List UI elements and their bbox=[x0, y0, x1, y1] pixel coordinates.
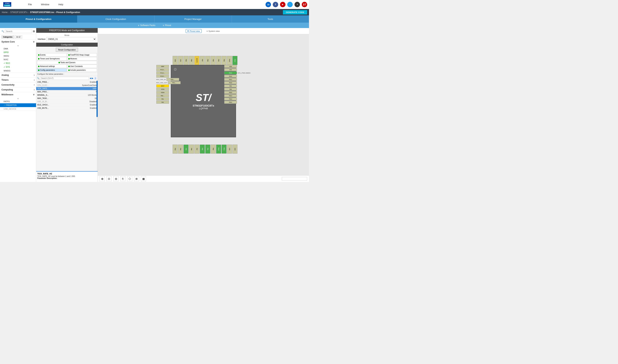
interface-select[interactable]: CMSIS_V1 bbox=[47, 37, 96, 41]
param-info-next[interactable]: ▶ bbox=[92, 77, 93, 79]
menu-help[interactable]: Help bbox=[57, 2, 64, 7]
sidebar-item-iwdg[interactable]: IWDG bbox=[0, 54, 36, 58]
pin-pb14[interactable]: PB14 bbox=[224, 94, 237, 97]
pin-boot0[interactable]: BOOT0 bbox=[194, 56, 199, 65]
version-icon[interactable]: 10 bbox=[265, 2, 271, 7]
pin-vss-right[interactable]: VSS bbox=[224, 68, 237, 71]
config-tab-events[interactable]: Events bbox=[37, 53, 67, 57]
pin-pa1[interactable]: PA1 bbox=[156, 98, 169, 100]
param-info-prev[interactable]: ◀ bbox=[90, 77, 91, 79]
pin-pb15[interactable]: PB15 bbox=[224, 91, 237, 94]
pin-pb3[interactable]: PB3 bbox=[221, 56, 227, 65]
pin-pa12[interactable]: PA12 bbox=[224, 75, 237, 78]
zoom-out-button[interactable]: ⊖ bbox=[113, 176, 118, 181]
pin-pd0[interactable]: PD0-... bbox=[166, 78, 179, 81]
pin-pa7[interactable]: PA7 bbox=[194, 144, 199, 154]
pin-pb13[interactable]: PB13 bbox=[224, 98, 237, 100]
pin-pb7[interactable]: PB7 bbox=[200, 56, 205, 65]
pin-vdd-top[interactable]: VDD bbox=[173, 56, 178, 65]
sidebar-item-usb-device[interactable]: USB_DEVICE bbox=[0, 107, 36, 111]
menu-window[interactable]: Window bbox=[40, 2, 50, 7]
pin-vdda[interactable]: VDDA bbox=[156, 91, 169, 94]
pin-vdd-right[interactable]: VDD bbox=[224, 65, 237, 68]
sidebar-item-dma[interactable]: DMA bbox=[0, 47, 36, 51]
pin-pa8[interactable]: PA8 bbox=[224, 88, 237, 91]
pin-pb0[interactable]: PB0 bbox=[200, 144, 205, 154]
tab-system-view[interactable]: ≡ System view bbox=[205, 29, 221, 33]
tab-az[interactable]: A->Z bbox=[15, 36, 22, 39]
twitter-icon[interactable]: 🐦 bbox=[287, 2, 293, 7]
pin-vss-top[interactable]: VSS bbox=[178, 56, 183, 65]
config-tab-include-params[interactable]: Include parameters bbox=[67, 68, 97, 72]
pin-nrst[interactable]: NRST bbox=[156, 84, 169, 87]
section-timers-header[interactable]: Timers › bbox=[0, 78, 36, 82]
section-analog-header[interactable]: Analog › bbox=[0, 73, 36, 78]
pin-pa4[interactable]: PA4 bbox=[178, 144, 183, 154]
table-button[interactable]: ▦ bbox=[141, 176, 146, 181]
pin-pa10[interactable]: PA10 bbox=[224, 81, 237, 84]
pin-pb10[interactable]: PB10 bbox=[216, 144, 221, 154]
tab-clock-config[interactable]: Clock Configuration bbox=[77, 15, 155, 23]
pin-vbat[interactable]: VBAT bbox=[156, 65, 169, 68]
param-row-max-task[interactable]: MAX_TASK... 16 bbox=[36, 97, 98, 100]
settings-icon[interactable]: ⚙ bbox=[33, 30, 35, 33]
tab-tools[interactable]: Tools bbox=[232, 15, 309, 23]
section-system-core-header[interactable]: System Core ∨ bbox=[0, 39, 36, 44]
pin-pb6[interactable]: PB6 bbox=[205, 56, 210, 65]
pin-pb8[interactable]: PB8 bbox=[189, 56, 194, 65]
pin-pa14[interactable]: PA14 bbox=[232, 56, 237, 65]
pin-pb4[interactable]: PB4 bbox=[216, 56, 221, 65]
pin-pa0[interactable]: PA0-... bbox=[156, 94, 169, 97]
pin-pa6[interactable]: PA6 bbox=[189, 144, 194, 154]
pin-pb11[interactable]: PB11 bbox=[221, 144, 227, 154]
zoom-in-button[interactable]: ⊕ bbox=[100, 176, 105, 181]
pin-pb1[interactable]: PB1 bbox=[205, 144, 210, 154]
tab-project-manager[interactable]: Project Manager bbox=[154, 15, 232, 23]
param-row-use-pree[interactable]: USE_PREE... Enabled bbox=[36, 80, 98, 84]
param-row-idle-shou[interactable]: IDLE_SHOU... Enabled bbox=[36, 103, 98, 106]
param-row-minimal-s[interactable]: MINIMAL_S... 128 Words bbox=[36, 93, 98, 97]
section-computing-header[interactable]: Computing › bbox=[0, 87, 36, 92]
youtube-icon[interactable]: ▶ bbox=[280, 2, 286, 7]
sidebar-item-gpio[interactable]: GPIO bbox=[0, 51, 36, 54]
sidebar-item-wwdg[interactable]: WWDG bbox=[0, 69, 36, 73]
pin-pd1[interactable]: PD1-... bbox=[168, 81, 180, 84]
sub-tab-software-packs[interactable]: ∨ Software Packs bbox=[138, 24, 155, 26]
config-tab-heap-usage[interactable]: FreeRTOS Heap Usage bbox=[67, 53, 97, 57]
pin-pc15[interactable]: PC15-... bbox=[156, 75, 169, 78]
search-input[interactable] bbox=[5, 29, 32, 33]
tab-pinout-config[interactable]: Pinout & Configuration bbox=[0, 15, 77, 23]
section-connectivity-header[interactable]: Connectivity › bbox=[0, 82, 36, 87]
scrollbar-thumb[interactable] bbox=[96, 81, 98, 117]
config-tab-user-const[interactable]: User Constants bbox=[67, 65, 97, 68]
sidebar-item-nvic[interactable]: NVIC bbox=[0, 58, 36, 61]
community-icon[interactable]: ✦ bbox=[294, 2, 300, 7]
config-tab-config-params[interactable]: Config parameters bbox=[37, 68, 67, 72]
facebook-icon[interactable]: f bbox=[273, 2, 278, 7]
pin-pc13[interactable]: PC13-... bbox=[156, 68, 169, 71]
export-button[interactable]: ⬡ bbox=[127, 176, 132, 181]
pin-vssa[interactable]: VSSA bbox=[156, 88, 169, 91]
sub-tab-pinout[interactable]: ∨ Pinout bbox=[163, 24, 171, 26]
chip-search-input[interactable] bbox=[282, 177, 307, 181]
pin-pa3[interactable]: PA3 bbox=[173, 144, 178, 154]
param-row-max-prio[interactable]: MAX_PRIO... 7 bbox=[36, 90, 98, 93]
pin-pb5[interactable]: PB5 bbox=[211, 56, 216, 65]
pin-pa5[interactable]: PA5 bbox=[183, 144, 189, 154]
tab-pinout-view[interactable]: ⊞ Pinout view bbox=[186, 29, 201, 33]
param-row-use-16-bi[interactable]: USE_16_BI... Disabled bbox=[36, 100, 98, 103]
param-info-icon[interactable]: i bbox=[94, 77, 97, 80]
sidebar-item-fatfs[interactable]: FATFS bbox=[0, 100, 36, 103]
fit-view-button[interactable]: ⊡ bbox=[107, 176, 111, 181]
menu-file[interactable]: File bbox=[27, 2, 33, 7]
breadcrumb-home[interactable]: Home bbox=[2, 11, 8, 13]
param-row-tick-rate[interactable]: TICK_RATE... 1000 bbox=[36, 87, 98, 90]
config-tab-tasks[interactable]: Tasks and Queues bbox=[37, 61, 97, 64]
config-tab-mutexes[interactable]: Mutexes bbox=[67, 57, 97, 60]
config-tab-timers-sema[interactable]: Timers and Semaphores bbox=[37, 57, 67, 60]
pin-pa13[interactable]: PA13 bbox=[224, 71, 237, 74]
sidebar-item-rcc[interactable]: ✓ RCC bbox=[0, 61, 36, 65]
pin-pb12[interactable]: PB12 bbox=[224, 101, 237, 104]
param-search-input[interactable] bbox=[40, 77, 89, 80]
pin-pa11[interactable]: PA11 bbox=[224, 78, 237, 81]
